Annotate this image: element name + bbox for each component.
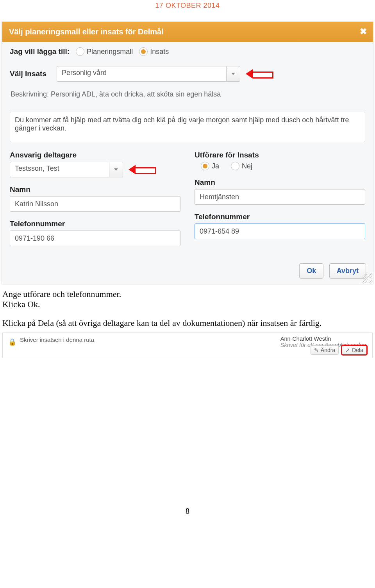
note-text: Skriver insatsen i denna ruta: [20, 336, 94, 343]
add-type-label: Jag vill lägga till:: [10, 47, 70, 56]
radio-insats-label: Insats: [150, 48, 169, 56]
resize-handle-icon[interactable]: [367, 278, 372, 283]
note-author: Ann-Charlott Westin: [280, 336, 366, 342]
note-card: 🔒 Skriver insatsen i denna ruta Ann-Char…: [2, 332, 373, 358]
radio-performer-no[interactable]: Nej: [231, 162, 252, 170]
instruction-line-2: Klicka Ok.: [2, 299, 373, 309]
close-icon[interactable]: ✖: [360, 27, 367, 37]
right-name-input[interactable]: [195, 189, 365, 205]
radio-planeringsmall[interactable]: Planeringsmall: [76, 47, 133, 56]
left-name-input[interactable]: [10, 196, 180, 212]
insats-select-row: Välj Insats Personlig vård: [10, 66, 365, 82]
dialog-buttons: Ok Avbryt: [2, 253, 373, 284]
participant-select-input[interactable]: Testsson, Test: [10, 162, 109, 177]
details-textarea[interactable]: Du kommer att få hjälp med att tvätta di…: [10, 112, 365, 142]
instruction-line-3: Klicka på Dela (så att övriga deltagare …: [2, 318, 373, 328]
participant-select-dropdown-button[interactable]: [109, 162, 123, 177]
instruction-text: Ange utförare och telefonnummer. Klicka …: [0, 284, 375, 328]
dialog: Välj planeringsmall eller insats för Del…: [2, 21, 373, 284]
lock-icon: 🔒: [8, 338, 16, 346]
instruction-line-1: Ange utförare och telefonnummer.: [2, 289, 373, 299]
left-phone-label: Telefonnummer: [10, 220, 180, 228]
ok-button[interactable]: Ok: [299, 263, 323, 279]
radio-performer-yes[interactable]: Ja: [201, 162, 219, 170]
radio-dot-icon: [76, 47, 84, 56]
radio-yes-label: Ja: [212, 162, 219, 170]
cancel-button[interactable]: Avbryt: [329, 263, 366, 279]
chevron-down-icon: [114, 168, 118, 171]
callout-arrow-icon: [246, 69, 273, 79]
radio-insats[interactable]: Insats: [139, 47, 169, 56]
insats-label: Välj Insats: [10, 70, 57, 78]
radio-dot-icon: [139, 47, 148, 56]
left-name-label: Namn: [10, 185, 180, 194]
dialog-header: Välj planeringsmall eller insats för Del…: [2, 22, 373, 42]
share-button[interactable]: ↗ Dela: [342, 345, 367, 355]
insats-description: Beskrivning: Personlig ADL, äta och dric…: [10, 87, 365, 98]
right-phone-input[interactable]: [195, 223, 365, 239]
add-type-row: Jag vill lägga till: Planeringsmall Insa…: [10, 47, 365, 56]
chevron-down-icon: [231, 73, 235, 75]
left-phone-input[interactable]: [10, 231, 180, 246]
dialog-title: Välj planeringsmall eller insats för Del…: [9, 27, 164, 36]
share-icon: ↗: [345, 347, 350, 353]
edit-button[interactable]: ✎ Ändra: [311, 345, 339, 355]
performer-label: Utförare för Insats: [195, 151, 365, 159]
document-date-header: 17 OKTOBER 2014: [0, 0, 375, 21]
radio-no-label: Nej: [242, 162, 252, 170]
dialog-body: Jag vill lägga till: Planeringsmall Insa…: [2, 42, 373, 253]
insats-select-input[interactable]: Personlig vård: [57, 66, 226, 82]
right-name-label: Namn: [195, 178, 365, 187]
share-button-label: Dela: [352, 347, 363, 353]
radio-dot-icon: [231, 162, 239, 170]
radio-dot-icon: [201, 162, 209, 170]
page-number: 8: [0, 358, 375, 520]
right-phone-label: Telefonnummer: [195, 213, 365, 221]
participant-label: Ansvarig deltagare: [10, 151, 180, 159]
callout-arrow-icon: [129, 165, 156, 174]
insats-select-dropdown-button[interactable]: [226, 66, 240, 82]
pencil-icon: ✎: [314, 347, 319, 353]
edit-button-label: Ändra: [321, 347, 335, 353]
radio-planeringsmall-label: Planeringsmall: [87, 48, 133, 56]
